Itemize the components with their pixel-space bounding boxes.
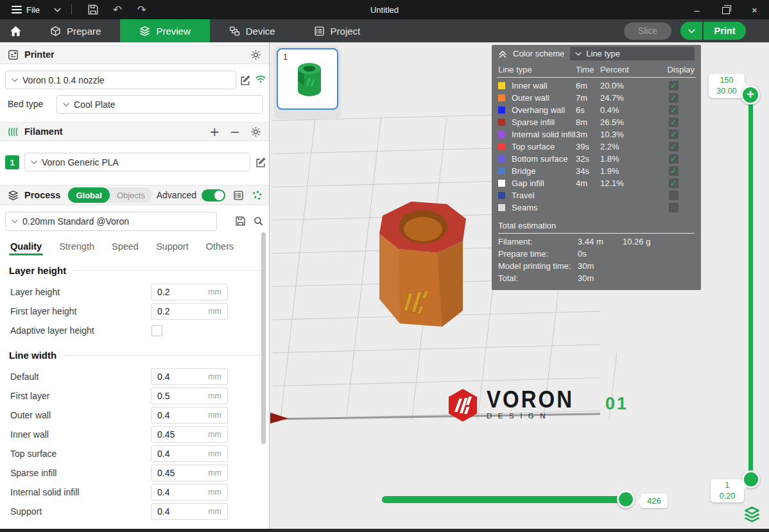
print-button[interactable]: Print	[704, 22, 746, 40]
process-preset-select[interactable]: 0.20mm Standard @Voron	[5, 212, 217, 231]
filament-edit-button[interactable]	[254, 156, 267, 169]
bed-type-select[interactable]: Cool Plate	[56, 95, 263, 114]
display-checkbox[interactable]	[669, 81, 678, 90]
tab-icon	[50, 26, 61, 37]
close-button[interactable]: ×	[740, 0, 769, 19]
toolbar-divider	[71, 4, 72, 15]
display-checkbox[interactable]	[669, 142, 678, 151]
setting-unit: mm	[208, 287, 227, 296]
maximize-button[interactable]	[711, 0, 740, 19]
setting-label: Outer wall	[10, 410, 151, 420]
process-tab[interactable]: Others	[206, 241, 234, 255]
process-tab[interactable]: Strength	[59, 241, 94, 255]
legend-row: Internal solid infill 3m 10.3%	[492, 128, 701, 141]
display-checkbox[interactable]	[669, 93, 678, 103]
setting-input[interactable]: 0.5 mm	[151, 388, 228, 404]
display-checkbox[interactable]	[669, 117, 678, 127]
process-list-button[interactable]	[233, 190, 244, 201]
display-checkbox[interactable]	[669, 203, 678, 212]
setting-label: Sparse infill	[10, 468, 151, 478]
global-objects-toggle[interactable]: Global Objects	[68, 187, 152, 203]
path-slider-track[interactable]	[382, 496, 632, 503]
wifi-icon[interactable]	[255, 74, 266, 83]
home-button[interactable]	[0, 19, 31, 42]
display-checkbox[interactable]	[669, 105, 678, 115]
plate-number-label: 01	[605, 394, 628, 414]
tab-label: Preview	[156, 26, 190, 37]
display-checkbox[interactable]	[669, 130, 678, 139]
file-menu-chevron-icon[interactable]	[54, 8, 61, 12]
advanced-toggle[interactable]	[202, 189, 225, 202]
setting-input[interactable]: 0.45 mm	[151, 465, 228, 481]
add-filament-button[interactable]: +	[209, 126, 220, 138]
sidebar-scrollbar[interactable]	[261, 232, 266, 444]
undo-button[interactable]: ↶	[107, 1, 128, 18]
minimize-button[interactable]: –	[682, 0, 711, 19]
quality-settings: Layer height Layer height 0.2 mm First l…	[0, 263, 269, 532]
display-checkbox[interactable]	[669, 154, 678, 164]
setting-input[interactable]: 0.45 mm	[151, 426, 228, 443]
slice-button[interactable]: Slice	[624, 22, 671, 40]
chevron-down-icon	[688, 29, 695, 33]
line-type-time: 39s	[576, 142, 600, 151]
process-tab[interactable]: Speed	[112, 241, 139, 255]
printer-edit-button[interactable]	[239, 74, 252, 87]
layer-slider-track[interactable]	[748, 96, 753, 480]
setting-input[interactable]: 0.4 mm	[151, 445, 228, 462]
setting-row: Support 0.4 mm	[0, 502, 269, 521]
main-tab[interactable]: Preview	[120, 19, 209, 42]
preview-viewport[interactable]: 1	[270, 42, 769, 532]
line-type-swatch	[498, 131, 505, 138]
search-settings-button[interactable]	[253, 216, 264, 227]
home-icon	[10, 25, 22, 37]
display-checkbox[interactable]	[669, 191, 678, 200]
setting-input[interactable]: 0.4 mm	[151, 503, 228, 520]
main-tab[interactable]: Device	[210, 19, 295, 42]
path-slider-handle[interactable]	[617, 490, 635, 508]
plate-thumbnail[interactable]: 1	[277, 48, 338, 110]
printer-settings-gear-button[interactable]	[250, 49, 261, 60]
legend-row: Bottom surface 32s 1.8%	[492, 153, 701, 165]
display-checkbox[interactable]	[669, 166, 678, 176]
filament-slot-badge[interactable]: 1	[5, 155, 19, 169]
collapse-panel-icon[interactable]	[498, 49, 507, 58]
line-type-swatch	[498, 107, 505, 114]
filament-preset-select[interactable]: Voron Generic PLA	[24, 153, 250, 171]
setting-input[interactable]: 0.4 mm	[151, 368, 228, 385]
line-type-name: Outer wall	[512, 93, 576, 103]
setting-input[interactable]: 0.4 mm	[151, 484, 228, 501]
view-mode-select[interactable]: Line type	[570, 47, 695, 60]
filament-settings-gear-button[interactable]	[250, 126, 261, 137]
scope-global[interactable]: Global	[68, 187, 109, 203]
line-type-time: 3m	[576, 130, 600, 139]
compare-presets-button[interactable]	[252, 190, 263, 201]
remove-filament-button[interactable]: −	[230, 126, 240, 138]
plate-origin-marker	[270, 413, 288, 424]
display-checkbox[interactable]	[669, 178, 678, 188]
model-3d[interactable]	[367, 196, 488, 338]
redo-button[interactable]: ↷	[131, 1, 153, 18]
main-tab[interactable]: Prepare	[31, 19, 120, 42]
file-menu-button[interactable]: File	[6, 0, 45, 19]
layer-view-button[interactable]	[743, 506, 761, 523]
setting-input[interactable]: 0.2 mm	[151, 284, 228, 300]
tab-list: Prepare Preview Device Project	[31, 19, 379, 42]
line-type-time: 6s	[576, 105, 600, 115]
setting-input[interactable]: 0.4 mm	[151, 407, 228, 424]
layer-slider-top-handle[interactable]	[741, 85, 760, 105]
line-type-time: 6m	[576, 81, 600, 90]
total-row: Filament: 3.44 m 10.26 g	[498, 236, 695, 248]
adaptive-layer-checkbox[interactable]	[151, 325, 162, 336]
save-button[interactable]	[82, 1, 104, 18]
setting-input[interactable]: 0.2 mm	[151, 303, 228, 320]
line-type-name: Inner wall	[512, 81, 576, 90]
main-tab[interactable]: Project	[295, 19, 380, 42]
process-tab[interactable]: Quality	[10, 241, 42, 255]
printer-preset-select[interactable]: Voron 0.1 0.4 nozzle	[5, 71, 236, 89]
legend-row: Top surface 39s 2.2%	[492, 141, 701, 153]
save-preset-button[interactable]	[235, 216, 246, 227]
print-options-button[interactable]	[680, 22, 704, 40]
process-tab[interactable]: Support	[156, 241, 189, 255]
setting-value: 0.5	[151, 391, 208, 401]
scope-objects[interactable]: Objects	[110, 191, 152, 200]
